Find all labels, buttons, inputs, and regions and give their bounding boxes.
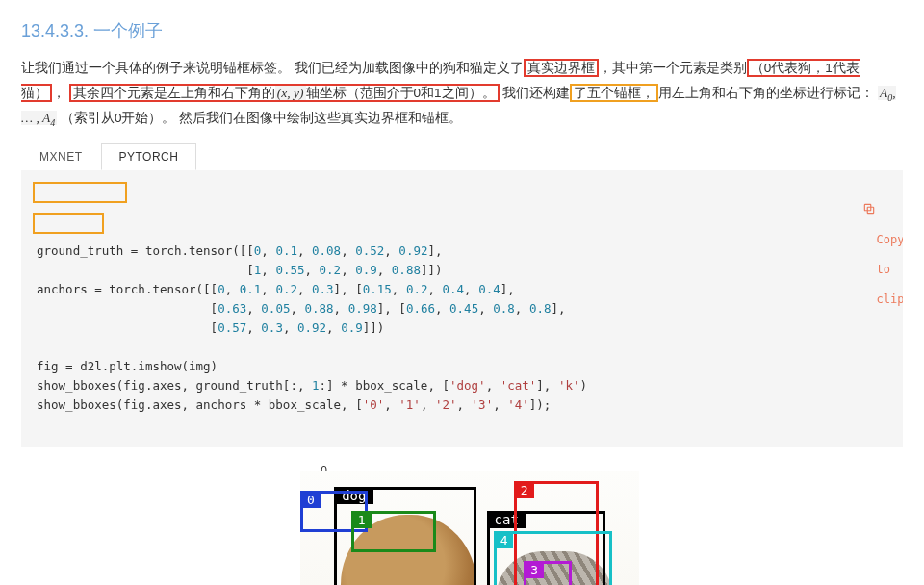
text: 我们还构建: [500, 86, 571, 100]
text: 让我们通过一个具体的例子来说明锚框标签。 我们已经为加载图像中的狗和猫定义了: [21, 61, 524, 75]
anchor-box-3: 3: [524, 561, 571, 585]
anchor-tag: 2: [515, 482, 534, 498]
tab-mxnet[interactable]: MXNET: [21, 143, 101, 170]
text: 轴坐标（范围介于0和1之间）。: [306, 86, 496, 100]
copy-label: clipbo: [876, 292, 903, 306]
code-text: anchors =: [37, 282, 102, 296]
copy-icon: [862, 202, 876, 216]
text: 用左上角和右下角的坐标进行标记：: [658, 86, 874, 100]
body-paragraph: 让我们通过一个具体的例子来说明锚框标签。 我们已经为加载图像中的狗和猫定义了真实…: [21, 56, 903, 132]
anchor-tag: 1: [352, 512, 372, 528]
annotated-span: 真实边界框: [524, 59, 599, 77]
text: ，: [52, 86, 65, 100]
section-heading: 13.4.3.3. 一个例子: [21, 19, 903, 42]
anchor-box-1: 1: [351, 511, 436, 552]
bbox-figure: 0 100 200 300 400 500 0 200 400 600 dog …: [250, 461, 674, 585]
text: 其余四个元素是左上角和右下角的: [73, 86, 275, 100]
copy-label: to: [876, 263, 889, 276]
code-text: ground_truth: [37, 243, 123, 258]
text: ，其中第一个元素是类别: [599, 61, 747, 75]
anchor-tag: 4: [495, 532, 514, 548]
highlight-box: [33, 182, 127, 203]
annotated-span: 了五个锚框，: [570, 84, 658, 102]
highlight-box: [33, 213, 104, 234]
plot-area: dog cat 0 1 2 4 3: [300, 471, 639, 585]
code-text: = torch.tensor([[: [123, 243, 253, 258]
copy-button[interactable]: Copy to clipbo: [860, 170, 903, 310]
tab-pytorch[interactable]: PYTORCH: [101, 143, 197, 170]
code-block: ground_truth = torch.tensor([[0, 0.1, 0.…: [21, 170, 903, 447]
math-var: (x, y): [275, 86, 306, 100]
framework-tabs: MXNET PYTORCH: [21, 143, 903, 170]
annotated-span: 其余四个元素是左上角和右下角的(x, y)轴坐标（范围介于0和1之间）。: [69, 84, 500, 102]
copy-label: Copy: [876, 233, 903, 246]
anchor-tag: 0: [301, 492, 321, 508]
text: （索引从0开始）。 然后我们在图像中绘制这些真实边界框和锚框。: [61, 111, 462, 125]
anchor-tag: 3: [525, 562, 544, 578]
